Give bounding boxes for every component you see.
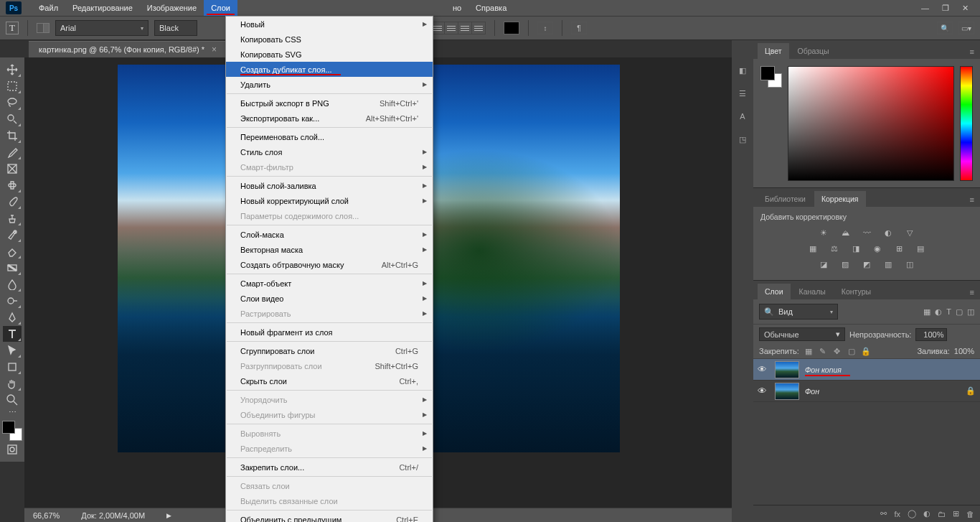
warp-text-icon[interactable]: ↕ bbox=[537, 22, 553, 34]
move-tool[interactable] bbox=[3, 62, 22, 78]
adj-gradient-icon[interactable]: ▥ bbox=[881, 258, 895, 270]
dock-properties-icon[interactable]: ☰ bbox=[734, 85, 751, 102]
menu-item[interactable]: Создать обтравочную маскуAlt+Ctrl+G bbox=[226, 257, 433, 272]
menu-item[interactable]: Смарт-объект bbox=[226, 276, 433, 291]
layer-mask-icon[interactable]: ◯ bbox=[908, 509, 916, 518]
filter-shape-icon[interactable]: ▢ bbox=[956, 307, 963, 317]
lock-paint-icon[interactable]: ✎ bbox=[818, 346, 828, 356]
group-icon[interactable]: 🗀 bbox=[938, 510, 946, 518]
menu-item[interactable]: Новый корректирующий слой bbox=[226, 193, 433, 208]
tab-color[interactable]: Цвет bbox=[758, 43, 789, 59]
tab-swatches[interactable]: Образцы bbox=[791, 43, 837, 59]
filter-text-icon[interactable]: T bbox=[946, 307, 951, 316]
menu-item[interactable]: Удалить bbox=[226, 77, 433, 92]
doc-size[interactable]: Док: 2,00M/4,00M bbox=[81, 511, 145, 520]
menu-item[interactable]: Слой-маска bbox=[226, 227, 433, 242]
fill-input[interactable]: 100% bbox=[954, 347, 974, 355]
document-tab[interactable]: картинка.png @ 66,7% (Фон копия, RGB/8#)… bbox=[29, 41, 227, 57]
color-field[interactable] bbox=[788, 66, 954, 181]
adj-lookup-icon[interactable]: ▤ bbox=[913, 243, 928, 254]
tab-paths[interactable]: Контуры bbox=[834, 284, 878, 299]
crop-tool[interactable] bbox=[3, 128, 22, 144]
filter-smart-icon[interactable]: ◫ bbox=[967, 307, 974, 317]
frame-tool[interactable] bbox=[3, 161, 22, 177]
adj-mixer-icon[interactable]: ⊞ bbox=[892, 243, 906, 254]
close-icon[interactable]: ✕ bbox=[962, 4, 969, 13]
align-buttons[interactable] bbox=[431, 22, 486, 34]
search-icon[interactable]: 🔍 bbox=[937, 22, 953, 34]
tab-layers[interactable]: Слои bbox=[758, 284, 791, 299]
menu-help[interactable]: Справка bbox=[468, 0, 514, 16]
filter-adj-icon[interactable]: ◐ bbox=[935, 307, 942, 317]
menu-item[interactable]: Векторная маска bbox=[226, 242, 433, 257]
font-family-select[interactable]: Arial▾ bbox=[55, 20, 149, 36]
dock-history-icon[interactable]: ◧ bbox=[734, 62, 751, 79]
marquee-tool[interactable] bbox=[3, 78, 22, 94]
dock-char-icon[interactable]: A bbox=[734, 108, 751, 125]
menu-item[interactable]: Создать дубликат слоя... bbox=[226, 62, 433, 77]
shape-tool[interactable] bbox=[3, 359, 22, 375]
eyedropper-tool[interactable] bbox=[3, 144, 22, 160]
paragraph-panel-icon[interactable]: ¶ bbox=[571, 22, 587, 34]
edit-toolbar-icon[interactable]: ⋯ bbox=[3, 409, 22, 416]
adj-balance-icon[interactable]: ⚖ bbox=[827, 243, 842, 254]
visibility-icon[interactable]: 👁 bbox=[758, 386, 769, 396]
layer-fx-icon[interactable]: fx bbox=[894, 510, 900, 518]
lock-position-icon[interactable]: ✥ bbox=[832, 346, 842, 356]
new-layer-icon[interactable]: ⊞ bbox=[953, 509, 959, 518]
adj-exposure-icon[interactable]: ◐ bbox=[881, 227, 895, 238]
gradient-tool[interactable] bbox=[3, 260, 22, 276]
menu-item[interactable]: Скрыть слоиCtrl+, bbox=[226, 373, 433, 388]
menu-item[interactable]: Слои видео bbox=[226, 291, 433, 306]
quickmask-toggle[interactable] bbox=[3, 442, 22, 457]
path-select-tool[interactable] bbox=[3, 342, 22, 358]
menu-item[interactable]: Новый bbox=[226, 17, 433, 32]
healing-tool[interactable] bbox=[3, 177, 22, 193]
minimize-icon[interactable]: — bbox=[921, 4, 929, 13]
menu-item[interactable]: Объединить с предыдущимCtrl+E bbox=[226, 512, 433, 522]
menu-item[interactable]: Новый фрагмент из слоя bbox=[226, 325, 433, 340]
visibility-icon[interactable]: 👁 bbox=[758, 364, 769, 375]
blend-mode-select[interactable]: Обычные▾ bbox=[759, 327, 845, 341]
tool-preset-icon[interactable]: T bbox=[6, 22, 19, 34]
lasso-tool[interactable] bbox=[3, 95, 22, 111]
panel-menu-icon[interactable]: ≡ bbox=[964, 285, 980, 299]
menu-image[interactable]: Изображение bbox=[140, 0, 204, 16]
adj-brightness-icon[interactable]: ☀ bbox=[816, 227, 831, 238]
panel-menu-icon[interactable]: ≡ bbox=[964, 45, 980, 59]
panel-menu-icon[interactable]: ≡ bbox=[964, 192, 980, 207]
menu-item[interactable]: Новый слой-заливка bbox=[226, 178, 433, 193]
eraser-tool[interactable] bbox=[3, 243, 22, 259]
menu-item[interactable]: Быстрый экспорт в PNGShift+Ctrl+' bbox=[226, 95, 433, 111]
tab-adjustments[interactable]: Коррекция bbox=[814, 191, 866, 207]
adj-hue-icon[interactable]: ▦ bbox=[806, 243, 820, 254]
lock-all-icon[interactable]: 🔒 bbox=[861, 346, 871, 356]
adj-photo-icon[interactable]: ◉ bbox=[870, 243, 885, 254]
adj-threshold-icon[interactable]: ◩ bbox=[859, 258, 874, 270]
dock-nav-icon[interactable]: ◳ bbox=[734, 131, 751, 148]
menu-item[interactable]: Копировать SVG bbox=[226, 47, 433, 62]
menu-item[interactable]: Закрепить слои...Ctrl+/ bbox=[226, 460, 433, 475]
blur-tool[interactable] bbox=[3, 276, 22, 292]
zoom-level[interactable]: 66,67% bbox=[33, 511, 60, 520]
adj-curves-icon[interactable]: 〰 bbox=[859, 227, 874, 238]
menu-edit[interactable]: Редактирование bbox=[65, 0, 140, 16]
lock-transparent-icon[interactable]: ▦ bbox=[804, 346, 814, 356]
layer-filter-select[interactable]: 🔍 Вид▾ bbox=[759, 304, 838, 320]
opacity-input[interactable]: 100% bbox=[915, 328, 947, 341]
color-swatches[interactable] bbox=[2, 421, 22, 441]
adj-poster-icon[interactable]: ▨ bbox=[838, 258, 852, 270]
orientation-toggle[interactable] bbox=[37, 23, 50, 33]
menu-item[interactable]: Экспортировать как...Alt+Shift+Ctrl+' bbox=[226, 111, 433, 126]
font-color-select[interactable]: Black bbox=[154, 20, 197, 36]
quick-select-tool[interactable] bbox=[3, 111, 22, 127]
clone-tool[interactable] bbox=[3, 210, 22, 226]
layer-row[interactable]: 👁Фон копия bbox=[753, 359, 980, 381]
tab-close-icon[interactable]: × bbox=[212, 45, 217, 55]
workspace-switch-icon[interactable]: ▭▾ bbox=[958, 22, 974, 34]
menu-item[interactable]: Переименовать слой... bbox=[226, 129, 433, 144]
adj-selective-icon[interactable]: ◫ bbox=[903, 258, 917, 270]
menu-window[interactable]: но bbox=[446, 0, 468, 16]
link-layers-icon[interactable]: ⚯ bbox=[880, 509, 887, 518]
lock-artboard-icon[interactable]: ▢ bbox=[847, 346, 857, 356]
